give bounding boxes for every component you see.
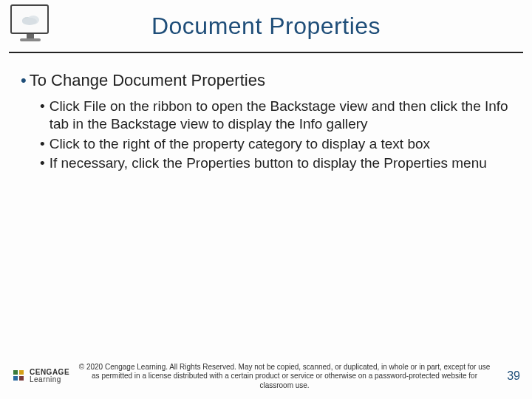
bullet-dot-icon: • [40,154,45,172]
sub-bullet: • Click to the right of the property cat… [40,135,511,153]
sub-bullet-text: Click to the right of the property categ… [50,135,511,153]
svg-rect-5 [13,376,18,381]
svg-rect-6 [19,376,24,381]
page-number: 39 [499,369,520,383]
copyright-text: © 2020 Cengage Learning. All Rights Rese… [69,363,499,391]
slide-footer: CENGAGE Learning © 2020 Cengage Learning… [0,363,532,391]
sub-bullet-list: • Click File on the ribbon to open the B… [21,98,511,172]
svg-rect-3 [13,370,18,375]
slide-title: Document Properties [9,13,523,40]
monitor-cloud-icon [10,4,50,47]
bullet-dot-icon: • [21,71,27,89]
cengage-mark-icon [12,369,27,383]
sub-bullet-text: If necessary, click the Properties butto… [50,154,511,172]
sub-bullet: • Click File on the ribbon to open the B… [40,98,511,134]
cengage-logo-text: CENGAGE Learning [30,369,69,383]
main-bullet: •To Change Document Properties [21,71,511,90]
slide-header: Document Properties [9,0,523,53]
bullet-dot-icon: • [40,98,45,134]
sub-bullet-text: Click File on the ribbon to open the Bac… [50,98,511,134]
bullet-dot-icon: • [40,135,45,153]
svg-rect-4 [19,370,24,375]
slide-content: •To Change Document Properties • Click F… [0,53,532,172]
main-bullet-text: To Change Document Properties [30,71,265,89]
svg-point-2 [22,18,37,25]
cengage-logo-bottom: Learning [30,376,69,383]
cengage-logo: CENGAGE Learning [12,369,69,383]
sub-bullet: • If necessary, click the Properties but… [40,154,511,172]
